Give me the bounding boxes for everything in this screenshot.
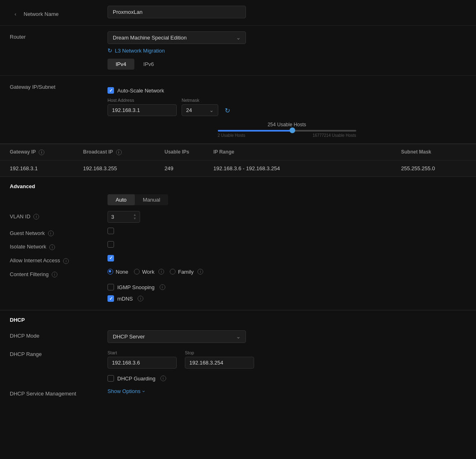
host-address-label: Host Address [107,98,177,103]
dhcp-service-mgmt-label-col: DHCP Service Management [10,388,107,397]
spinner-up-arrow[interactable]: ▲ [133,213,136,217]
manual-toggle-btn[interactable]: Manual [135,194,169,205]
host-address-input[interactable] [107,104,177,116]
dhcp-stop-input[interactable] [185,357,254,369]
vlan-id-label-col: VLAN ID i [10,211,107,220]
allow-internet-checkbox-col [107,255,466,261]
igmp-row: IGMP Snooping i [0,280,476,293]
ip-range-header: IP Range [213,149,401,155]
slider-range: 2 Usable Hosts 16777214 Usable Hosts [218,133,356,138]
content-filtering-label-col: Content Filtering i [10,269,107,278]
slider-fill [218,130,294,132]
allow-internet-label: Allow Internet Access [10,257,60,264]
spinner-down-arrow[interactable]: ▼ [133,217,136,220]
migration-link[interactable]: ↻ L3 Network Migration [107,47,466,54]
slider-section: 254 Usable Hosts 2 Usable Hosts 16777214… [107,122,466,138]
ip-version-tabs: IPv4 IPv6 [107,59,466,70]
dhcp-guarding-info-icon[interactable]: i [160,376,166,381]
ipv6-tab[interactable]: IPv6 [135,59,162,70]
dhcp-guarding-checkbox[interactable] [107,375,114,382]
ipv4-tab[interactable]: IPv4 [107,59,134,70]
network-name-label: Network Name [24,11,59,17]
info-table: Gateway IP i Broadcast IP i Usable IPs I… [0,144,476,177]
vlan-id-row: VLAN ID i 3 ▲ ▼ [0,209,476,225]
none-radio-item[interactable]: None [107,269,128,275]
netmask-dropdown[interactable]: 24 ⌄ [182,104,218,116]
vlan-id-info-icon[interactable]: i [33,214,39,220]
show-options-link[interactable]: Show Options › [107,388,466,394]
router-row: Router Dream Machine Special Edition ⌄ ↻… [0,26,476,76]
dhcp-start-input[interactable] [107,357,177,369]
guest-network-checkbox-col [107,228,466,234]
vlan-id-spinner[interactable]: 3 ▲ ▼ [107,211,140,223]
netmask-chevron-icon: ⌄ [209,107,214,113]
gateway-label: Gateway IP/Subnet [10,84,55,90]
content-filtering-options: None Work i Family i [107,269,466,275]
family-radio-item[interactable]: Family i [170,269,203,275]
broadcast-ip-header: Broadcast IP i [83,149,165,155]
back-button[interactable]: ‹ [10,8,21,20]
mdns-info-icon[interactable]: i [138,296,143,301]
work-info-icon[interactable]: i [158,269,164,275]
dhcp-range-inputs: Start Stop [107,350,466,369]
gateway-ip-header: Gateway IP i [10,149,83,155]
mdns-col: mDNS i [107,295,466,302]
isolate-network-info-icon[interactable]: i [49,244,55,250]
content-filtering-label: Content Filtering [10,271,48,277]
dhcp-guarding-col: DHCP Guarding i [107,375,466,382]
vlan-id-value: 3 [111,214,114,220]
dhcp-mode-row: DHCP Mode DHCP Server ⌄ [0,326,476,346]
gateway-label-col: Gateway IP/Subnet [10,81,107,90]
igmp-col: IGMP Snooping i [107,284,466,290]
slider-thumb[interactable] [290,127,295,133]
gateway-ip-info-icon[interactable]: i [39,149,44,155]
router-dropdown[interactable]: Dream Machine Special Edition ⌄ [107,31,246,44]
family-info-icon[interactable]: i [197,269,203,275]
router-label: Router [10,34,26,40]
router-chevron-icon: ⌄ [236,35,241,41]
mdns-checkbox[interactable] [107,295,114,302]
mdns-row: mDNS i [0,293,476,307]
guest-network-row: Guest Network i [0,225,476,239]
dhcp-start-group: Start [107,350,177,369]
usable-hosts-label: 254 Usable Hosts [107,122,466,127]
work-radio-item[interactable]: Work i [134,269,164,275]
allow-internet-info-icon[interactable]: i [63,258,69,264]
allow-internet-checkbox[interactable] [107,255,114,261]
dhcp-mode-chevron-icon: ⌄ [236,334,241,340]
isolate-network-checkbox-col [107,241,466,248]
guest-network-info-icon[interactable]: i [48,231,54,236]
show-options-label: Show Options [107,388,140,394]
vlan-id-label: VLAN ID [10,213,31,220]
none-radio-label: None [116,269,128,275]
content-filtering-radio-group: None Work i Family i [107,269,466,275]
igmp-checkbox[interactable] [107,284,114,290]
dhcp-mode-label-col: DHCP Mode [10,330,107,339]
page: ‹ Network Name Router Dream Machine Spec… [0,0,476,405]
guest-network-checkbox[interactable] [107,228,114,234]
back-and-label: ‹ Network Name [10,6,107,20]
ip-range-value: 192.168.3.6 - 192.168.3.254 [213,165,401,171]
dhcp-mode-dropdown[interactable]: DHCP Server ⌄ [107,330,246,343]
network-name-input[interactable] [107,6,246,18]
isolate-network-checkbox[interactable] [107,241,114,248]
netmask-refresh-icon[interactable]: ↻ [223,105,232,116]
igmp-info-icon[interactable]: i [160,284,165,290]
slider-max: 16777214 Usable Hosts [313,133,356,138]
host-fields: Host Address Netmask 24 ⌄ ↻ [107,98,466,116]
subnet-mask-value: 255.255.255.0 [401,165,466,171]
mdns-label: mDNS [117,296,133,302]
auto-toggle-btn[interactable]: Auto [107,194,135,205]
refresh-icon: ↻ [107,47,112,54]
spinner-arrows: ▲ ▼ [133,213,136,220]
info-table-header: Gateway IP i Broadcast IP i Usable IPs I… [0,144,476,160]
dhcp-guarding-row: DHCP Guarding i [0,372,476,385]
vlan-id-input-col: 3 ▲ ▼ [107,211,466,223]
content-filtering-info-icon[interactable]: i [52,272,57,277]
dhcp-start-label: Start [107,350,177,355]
netmask-label: Netmask [182,98,218,103]
network-name-input-col [107,6,466,18]
auto-scale-checkbox[interactable] [107,87,114,94]
dhcp-service-mgmt-row: DHCP Service Management Show Options › [0,385,476,405]
broadcast-ip-info-icon[interactable]: i [116,149,122,155]
